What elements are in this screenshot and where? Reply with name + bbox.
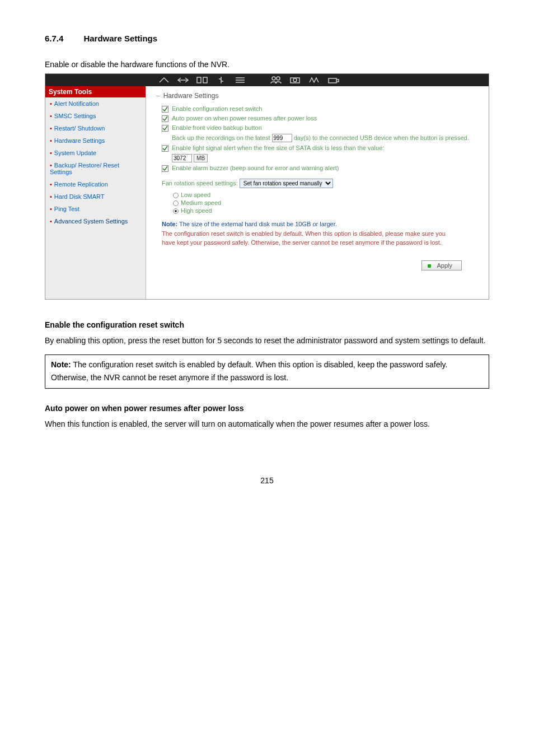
sidebar-item-update[interactable]: •System Update bbox=[45, 147, 146, 159]
list-icon[interactable] bbox=[233, 76, 247, 85]
sidebar-item-advanced[interactable]: •Advanced System Settings bbox=[45, 215, 146, 227]
opt-sata-label: Enable light signal alert when the free … bbox=[172, 144, 384, 151]
toolbar bbox=[45, 74, 489, 86]
svg-point-5 bbox=[293, 78, 297, 82]
sidebar-item-smsc[interactable]: •SMSC Settings bbox=[45, 110, 146, 122]
home-icon[interactable] bbox=[157, 76, 171, 85]
svg-point-2 bbox=[272, 77, 275, 80]
svg-rect-0 bbox=[197, 77, 201, 83]
sidebar-item-ping[interactable]: •Ping Test bbox=[45, 203, 146, 215]
usb-icon[interactable] bbox=[214, 76, 228, 85]
opt-auto-power-label: Auto power on when power resumes after p… bbox=[172, 115, 317, 122]
para-reset: By enabling this option, press the reset… bbox=[45, 334, 489, 348]
svg-rect-6 bbox=[329, 78, 336, 83]
checkbox-front-backup[interactable] bbox=[162, 125, 168, 132]
sidebar-item-replication[interactable]: •Remote Replication bbox=[45, 178, 146, 190]
page-number: 215 bbox=[45, 476, 489, 485]
sidebar: System Tools •Alert Notification •SMSC S… bbox=[45, 86, 146, 299]
opt-sata-alert: Enable light signal alert when the free … bbox=[162, 144, 479, 152]
opt-auto-power: Auto power on when power resumes after p… bbox=[162, 115, 479, 122]
app-screenshot: System Tools •Alert Notification •SMSC S… bbox=[45, 73, 489, 300]
fan-radio-group: Low speed Medium speed High speed bbox=[173, 192, 479, 214]
main-panel: –Hardware Settings Enable configuration … bbox=[146, 86, 489, 299]
sidebar-header: System Tools bbox=[45, 86, 146, 97]
users-icon[interactable] bbox=[269, 76, 283, 85]
opt-buzzer: Enable alarm buzzer (beep sound for erro… bbox=[162, 165, 479, 172]
sidebar-item-restart[interactable]: •Restart/ Shutdown bbox=[45, 122, 146, 134]
network-icon[interactable] bbox=[176, 76, 190, 85]
sidebar-item-backup[interactable]: •Backup/ Restore/ Reset Settings bbox=[45, 159, 146, 178]
checkbox-buzzer[interactable] bbox=[162, 165, 168, 172]
svg-point-3 bbox=[277, 77, 280, 80]
apply-button[interactable]: Apply bbox=[421, 260, 462, 270]
opt-front-backup-label: Enable front video backup button bbox=[172, 124, 262, 131]
sidebar-item-hardware[interactable]: •Hardware Settings bbox=[45, 134, 146, 147]
note-line: Note: The size of the external hard disk… bbox=[162, 221, 479, 227]
fan-select[interactable]: Set fan rotation speed manually bbox=[240, 179, 333, 188]
fan-radio-medium[interactable]: Medium speed bbox=[173, 199, 479, 206]
checkbox-reset[interactable] bbox=[162, 106, 168, 113]
opt-buzzer-label: Enable alarm buzzer (beep sound for erro… bbox=[172, 165, 339, 171]
sata-value-row: MB bbox=[172, 154, 479, 162]
backup-days-row: Back up the recordings on the latest day… bbox=[172, 134, 479, 142]
fan-radio-low[interactable]: Low speed bbox=[173, 192, 479, 198]
camera-icon[interactable] bbox=[288, 76, 302, 85]
warning-text: The configuration reset switch is enable… bbox=[162, 230, 453, 247]
record-icon[interactable] bbox=[307, 76, 321, 85]
fan-label: Fan rotation speed settings: bbox=[162, 180, 238, 186]
sidebar-item-alert[interactable]: •Alert Notification bbox=[45, 97, 146, 110]
checkbox-auto-power[interactable] bbox=[162, 115, 168, 122]
intro-text: Enable or disable the hardware functions… bbox=[45, 60, 489, 69]
para-autopower: When this function is enabled, the serve… bbox=[45, 418, 489, 431]
backup-days-input[interactable] bbox=[272, 134, 292, 142]
subheading-autopower: Auto power on when power resumes after p… bbox=[45, 402, 489, 416]
tools-icon[interactable] bbox=[326, 76, 340, 85]
checkbox-sata[interactable] bbox=[162, 145, 168, 152]
note-box: Note: The configuration reset switch is … bbox=[45, 354, 489, 389]
sata-unit: MB bbox=[194, 154, 208, 162]
subheading-reset: Enable the configuration reset switch bbox=[45, 319, 489, 332]
section-heading: 6.7.4Hardware Settings bbox=[45, 34, 489, 43]
svg-rect-1 bbox=[203, 77, 207, 83]
opt-reset-switch: Enable configuration reset switch bbox=[162, 105, 479, 113]
fan-radio-high[interactable]: High speed bbox=[173, 207, 479, 214]
sata-value-input[interactable] bbox=[172, 154, 192, 162]
devices-icon[interactable] bbox=[195, 76, 209, 85]
apply-led-icon bbox=[428, 264, 431, 268]
opt-reset-label: Enable configuration reset switch bbox=[172, 105, 262, 112]
panel-title: –Hardware Settings bbox=[156, 92, 479, 100]
document-body: Enable the configuration reset switch By… bbox=[45, 319, 489, 431]
fan-row: Fan rotation speed settings: Set fan rot… bbox=[162, 179, 479, 188]
opt-front-backup: Enable front video backup button bbox=[162, 124, 479, 132]
sidebar-item-smart[interactable]: •Hard Disk SMART bbox=[45, 190, 146, 203]
